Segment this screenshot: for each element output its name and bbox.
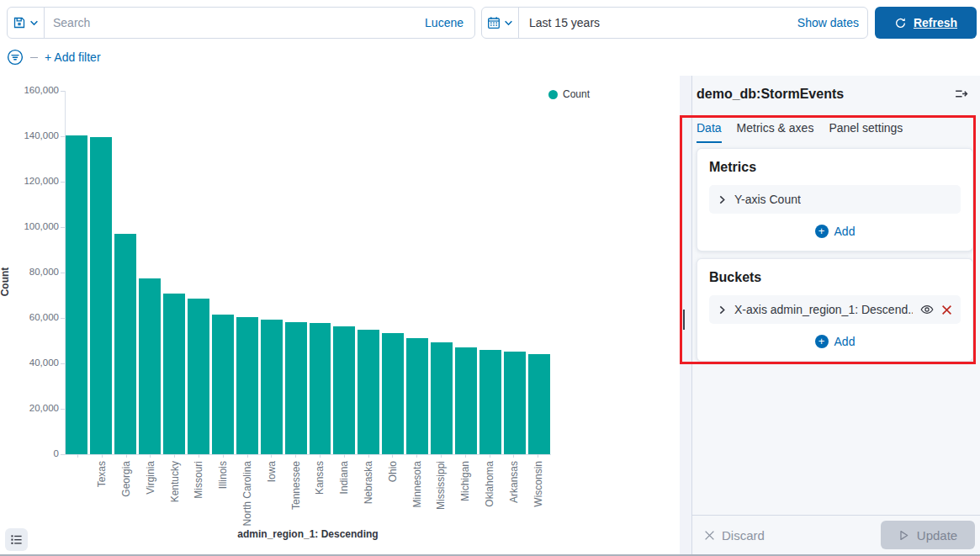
legend-toggle-button[interactable] xyxy=(5,528,28,551)
tab-panel-settings[interactable]: Panel settings xyxy=(829,112,903,143)
plus-circle-icon xyxy=(815,225,829,238)
buckets-title: Buckets xyxy=(709,270,961,285)
y-tick-mark xyxy=(61,409,65,410)
x-tick-label: Virginia xyxy=(146,461,156,495)
metric-row-label: Y-axis Count xyxy=(734,193,801,206)
chart-bar-Missouri[interactable] xyxy=(188,299,209,454)
x-tick-mark xyxy=(344,454,345,458)
y-axis-accordion[interactable]: Y-axis Count xyxy=(709,185,961,214)
chart-bar-North Carolina[interactable] xyxy=(236,317,258,454)
date-picker-button[interactable] xyxy=(482,8,519,38)
chart-bar-Ohio[interactable] xyxy=(382,333,404,454)
chart-bar-Michigan[interactable] xyxy=(455,347,477,454)
chart-bar-Iowa[interactable] xyxy=(261,320,283,454)
x-tick-label: North Carolina xyxy=(242,461,252,526)
y-tick-label: 160,000 xyxy=(0,85,59,95)
sidebar-tabs: Data Metrics & axes Panel settings xyxy=(692,112,980,143)
query-bar-row: Lucene Last 15 years Show dates Refresh xyxy=(7,7,977,39)
legend-dot-icon xyxy=(548,90,558,99)
chart-bar-Arkansas[interactable] xyxy=(504,352,526,454)
saved-query-button[interactable] xyxy=(8,8,45,38)
chart-bar-Kansas[interactable] xyxy=(310,323,331,454)
filter-menu-button[interactable] xyxy=(7,49,24,66)
chart-bar-Georgia[interactable] xyxy=(114,234,136,454)
update-button[interactable]: Update xyxy=(881,521,975,549)
collapse-sidebar-button[interactable] xyxy=(952,85,970,103)
calendar-icon xyxy=(487,16,501,29)
add-filter-link[interactable]: + Add filter xyxy=(45,50,101,64)
remove-bucket-button[interactable] xyxy=(941,304,952,315)
x-tick-label: Missouri xyxy=(193,461,204,499)
x-tick-label: Kentucky xyxy=(170,461,180,502)
x-tick-label: Nebraska xyxy=(363,461,373,504)
chevron-right-icon xyxy=(718,305,727,315)
index-pattern-title: demo_db:StormEvents xyxy=(697,87,844,102)
refresh-icon xyxy=(894,17,907,29)
x-tick-mark xyxy=(150,454,151,458)
y-tick-label: 20,000 xyxy=(0,403,59,413)
play-icon xyxy=(898,530,909,541)
x-tick-label: Ohio xyxy=(388,461,398,482)
buckets-card: Buckets X-axis admin_region_1: Descend..… xyxy=(697,258,973,362)
bar-chart: Count 160,000140,000120,000100,00080,000… xyxy=(0,76,680,556)
metrics-card: Metrics Y-axis Count Add xyxy=(697,148,973,252)
y-tick-mark xyxy=(61,91,65,92)
chart-bar-Virginia[interactable] xyxy=(139,278,161,455)
chart-bar-Kentucky[interactable] xyxy=(163,294,185,454)
y-tick-mark xyxy=(61,273,65,273)
y-tick-mark xyxy=(61,136,65,137)
x-tick-mark xyxy=(320,454,320,458)
y-tick-label: 100,000 xyxy=(0,221,59,231)
red-x-icon xyxy=(941,304,952,315)
y-tick-label: 140,000 xyxy=(0,130,59,140)
discard-button[interactable]: Discard xyxy=(704,528,765,543)
x-tick-label: Mississippi xyxy=(436,461,446,510)
metrics-title: Metrics xyxy=(709,160,961,175)
x-axis-title: admin_region_1: Descending xyxy=(66,528,550,540)
buckets-add-button[interactable]: Add xyxy=(709,335,961,348)
close-icon xyxy=(704,530,715,541)
x-tick-mark xyxy=(174,454,175,458)
save-icon xyxy=(13,16,26,29)
x-tick-mark xyxy=(223,454,224,458)
x-tick-mark xyxy=(271,454,272,458)
chart-bar-Illinois[interactable] xyxy=(212,315,234,454)
y-tick-mark xyxy=(61,363,65,364)
chart-bar-Texas[interactable] xyxy=(90,137,112,454)
chart-bar-Wisconsin[interactable] xyxy=(528,354,550,454)
resize-grip xyxy=(683,310,685,330)
x-tick-label: Kansas xyxy=(315,461,325,495)
tab-data[interactable]: Data xyxy=(697,112,722,143)
toggle-visibility-button[interactable] xyxy=(920,303,934,316)
legend-item-count[interactable]: Count xyxy=(548,88,590,100)
metrics-add-button[interactable]: Add xyxy=(709,225,961,238)
chart-bar-Oklahoma[interactable] xyxy=(479,350,501,454)
plus-circle-icon xyxy=(815,335,829,348)
x-tick-label: Oklahoma xyxy=(485,461,495,507)
x-axis-line xyxy=(65,454,551,455)
chevron-down-icon xyxy=(29,19,39,28)
query-language-toggle[interactable]: Lucene xyxy=(425,16,474,29)
x-tick-mark xyxy=(538,454,538,458)
show-dates-button[interactable]: Show dates xyxy=(797,16,867,29)
chart-bar-Tennessee[interactable] xyxy=(285,322,307,454)
chart-bar-Mississippi[interactable] xyxy=(431,342,453,454)
chart-bar-Nebraska[interactable] xyxy=(358,330,379,454)
chart-bar-unlabeled[interactable] xyxy=(66,135,87,454)
eye-icon xyxy=(920,303,934,316)
tab-metrics-axes[interactable]: Metrics & axes xyxy=(737,112,814,143)
x-tick-mark xyxy=(368,454,369,458)
chart-bar-Minnesota[interactable] xyxy=(406,338,428,454)
x-axis-accordion[interactable]: X-axis admin_region_1: Descend... xyxy=(709,295,961,324)
refresh-button[interactable]: Refresh xyxy=(875,7,977,39)
search-input[interactable] xyxy=(45,8,425,38)
x-tick-mark xyxy=(199,454,199,458)
chart-bar-Indiana[interactable] xyxy=(333,326,355,454)
filter-bar: + Add filter xyxy=(7,47,101,67)
x-tick-mark xyxy=(102,454,103,458)
x-tick-mark xyxy=(465,454,466,458)
x-tick-mark xyxy=(416,454,417,458)
panel-resizer[interactable] xyxy=(680,76,691,556)
date-range-value[interactable]: Last 15 years xyxy=(519,16,797,29)
sidebar-footer: Discard Update xyxy=(692,515,980,554)
